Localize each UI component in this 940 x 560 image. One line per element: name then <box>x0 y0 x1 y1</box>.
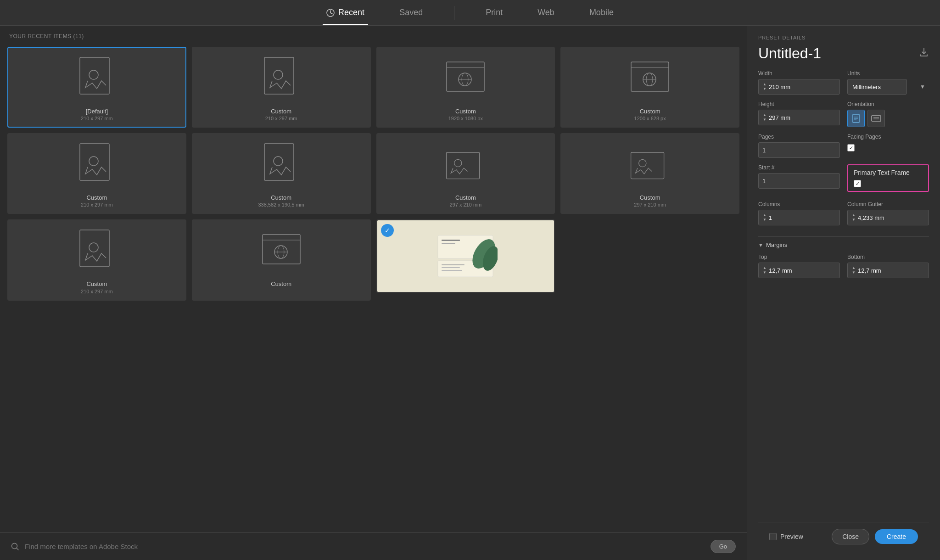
svg-rect-39 <box>442 267 460 268</box>
margin-top-spinners: ▲ ▼ <box>762 266 767 274</box>
height-up-button[interactable]: ▲ <box>762 113 767 117</box>
svg-rect-19 <box>264 144 294 180</box>
save-preset-button[interactable] <box>919 47 929 60</box>
svg-rect-25 <box>80 230 109 267</box>
columns-down-button[interactable]: ▼ <box>762 218 767 222</box>
columns-up-button[interactable]: ▲ <box>762 213 767 217</box>
document-landscape-icon <box>629 142 671 188</box>
grid-item-custom4[interactable]: Custom 210 x 297 mm <box>7 133 186 214</box>
margin-top-label: Top <box>758 254 840 260</box>
margin-bottom-up-button[interactable]: ▲ <box>851 266 856 270</box>
columns-label: Columns <box>758 201 840 207</box>
search-icon <box>11 543 19 551</box>
tab-web-label: Web <box>537 8 554 17</box>
width-input[interactable]: 210 mm <box>769 84 836 90</box>
grid-item-custom6[interactable]: Custom 297 x 210 mm <box>376 133 555 214</box>
grid-item-custom5[interactable]: Custom 338,582 x 190,5 mm <box>192 133 371 214</box>
svg-point-4 <box>89 70 98 79</box>
column-gutter-input-wrap: ▲ ▼ 4,233 mm <box>847 210 929 225</box>
facing-pages-label: Facing Pages <box>847 134 929 140</box>
units-label: Units <box>847 70 929 77</box>
width-down-button[interactable]: ▼ <box>762 87 767 91</box>
gutter-down-button[interactable]: ▼ <box>851 218 856 222</box>
height-down-button[interactable]: ▼ <box>762 118 767 122</box>
tab-saved[interactable]: Saved <box>396 0 426 25</box>
margin-top-group: Top ▲ ▼ 12,7 mm <box>758 254 840 278</box>
orientation-landscape-button[interactable] <box>867 110 885 127</box>
grid-item-thumb <box>627 53 673 104</box>
grid-item-sub: 210 x 297 mm <box>265 116 297 121</box>
margin-top-up-button[interactable]: ▲ <box>762 266 767 270</box>
preset-details-section-label: PRESET DETAILS <box>758 35 929 40</box>
margin-bottom-down-button[interactable]: ▼ <box>851 271 856 274</box>
grid-item-thumb <box>74 140 120 190</box>
column-gutter-label: Column Gutter <box>847 201 929 207</box>
document-landscape-icon <box>445 142 486 188</box>
preview-label: Preview <box>780 533 803 540</box>
orientation-group: Orientation <box>847 101 929 127</box>
columns-gutter-row: Columns ▲ ▼ 1 Column Gutter ▲ ▼ 4,233 m <box>758 201 929 225</box>
grid-item-label: Custom <box>86 194 107 202</box>
primary-text-frame-checkbox[interactable]: ✓ <box>854 180 861 187</box>
tab-print[interactable]: Print <box>482 0 506 25</box>
grid-item-bizcard[interactable]: ✓ <box>376 219 555 293</box>
grid-item-default[interactable]: [Default] 210 x 297 mm <box>7 47 186 128</box>
height-group: Height ▲ ▼ 297 mm <box>758 101 840 125</box>
tab-recent[interactable]: Recent <box>323 0 368 25</box>
svg-rect-27 <box>263 235 300 264</box>
columns-input[interactable]: 1 <box>769 214 836 221</box>
margin-bottom-group: Bottom ▲ ▼ 12,7 mm <box>847 254 929 278</box>
document-icon <box>76 228 118 274</box>
margin-top-down-button[interactable]: ▼ <box>762 271 767 274</box>
margin-bottom-input[interactable]: 12,7 mm <box>858 267 925 274</box>
svg-rect-12 <box>631 62 669 91</box>
grid-item-sub: 210 x 297 mm <box>81 116 113 121</box>
margins-top-bottom-row: Top ▲ ▼ 12,7 mm Bottom ▲ ▼ 12,7 mm <box>758 254 929 278</box>
go-button[interactable]: Go <box>711 540 736 553</box>
grid-item-custom9[interactable]: Custom <box>192 219 371 300</box>
web-icon <box>629 60 671 97</box>
close-button[interactable]: Close <box>832 529 869 544</box>
start-label: Start # <box>758 164 840 171</box>
create-button[interactable]: Create <box>875 529 918 544</box>
pages-input[interactable]: 1 <box>762 147 836 154</box>
margin-bottom-label: Bottom <box>847 254 929 260</box>
margins-section-header[interactable]: ▼ Margins <box>758 241 929 248</box>
facing-pages-checkbox-row: ✓ <box>847 144 929 151</box>
tab-mobile[interactable]: Mobile <box>586 0 617 25</box>
facing-pages-checkbox[interactable]: ✓ <box>847 144 855 151</box>
units-select[interactable]: Millimeters Inches Points Pixels <box>847 79 907 95</box>
width-input-wrap: ▲ ▼ 210 mm <box>758 79 840 95</box>
height-input[interactable]: 297 mm <box>769 114 836 121</box>
orientation-portrait-button[interactable] <box>847 110 865 127</box>
chevron-down-icon: ▼ <box>920 84 925 90</box>
gutter-spinners: ▲ ▼ <box>851 213 856 222</box>
grid-item-custom1[interactable]: Custom 210 x 297 mm <box>192 47 371 128</box>
grid-item-sub: 338,582 x 190,5 mm <box>258 202 304 207</box>
svg-rect-36 <box>442 240 460 241</box>
grid-item-custom8[interactable]: Custom 210 x 297 mm <box>7 219 186 300</box>
width-up-button[interactable]: ▲ <box>762 83 767 86</box>
svg-rect-17 <box>80 144 109 180</box>
svg-point-22 <box>454 159 462 167</box>
start-primary-row: Start # 1 Primary Text Frame ✓ <box>758 164 929 195</box>
margin-top-input-wrap: ▲ ▼ 12,7 mm <box>758 263 840 278</box>
preview-checkbox[interactable] <box>769 533 777 540</box>
start-input[interactable]: 1 <box>762 178 836 185</box>
grid-item-thumb <box>442 53 488 104</box>
facing-pages-group: Facing Pages ✓ <box>847 134 929 151</box>
search-input[interactable] <box>25 543 705 550</box>
grid-item-custom3[interactable]: Custom 1200 x 628 px <box>560 47 739 128</box>
tab-web[interactable]: Web <box>534 0 558 25</box>
pages-facing-row: Pages 1 Facing Pages ✓ <box>758 134 929 158</box>
grid-item-custom2[interactable]: Custom 1920 x 1080 px <box>376 47 555 128</box>
columns-input-wrap: ▲ ▼ 1 <box>758 210 840 225</box>
margin-top-input[interactable]: 12,7 mm <box>769 267 836 274</box>
units-select-wrap: Millimeters Inches Points Pixels ▼ <box>847 79 929 95</box>
primary-text-frame-box: Primary Text Frame ✓ <box>847 164 929 192</box>
column-gutter-input[interactable]: 4,233 mm <box>858 214 925 221</box>
grid-item-custom7[interactable]: Custom 297 x 210 mm <box>560 133 739 214</box>
height-input-wrap: ▲ ▼ 297 mm <box>758 110 840 125</box>
gutter-up-button[interactable]: ▲ <box>851 213 856 217</box>
collapse-arrow-icon: ▼ <box>758 242 763 248</box>
